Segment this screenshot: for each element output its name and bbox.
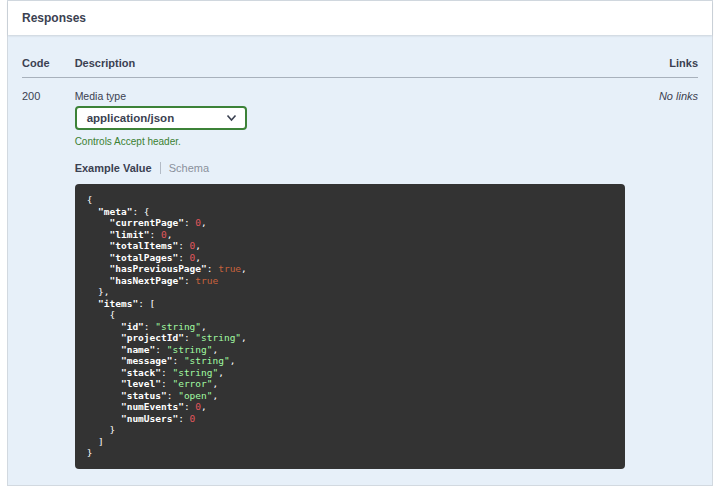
responses-section: Responses Code Description Links 200 Med… [7,0,713,486]
column-header-links: Links [625,47,698,78]
tab-divider [160,162,161,174]
responses-body: Code Description Links 200 Media type ap… [8,35,712,485]
column-header-description: Description [75,47,625,78]
example-json-code: { "meta": { "currentPage": 0, "limit": 0… [75,184,625,469]
column-header-code: Code [22,47,75,78]
response-description-cell: Media type application/json Controls Acc… [75,78,625,469]
responses-header: Responses [8,1,712,35]
media-type-select[interactable]: application/json [75,106,247,130]
media-type-label: Media type [75,90,625,102]
example-schema-tabs: Example Value Schema [75,162,625,174]
responses-title: Responses [22,11,698,25]
response-links: No links [625,78,698,469]
responses-table: Code Description Links 200 Media type ap… [22,47,698,469]
tab-schema[interactable]: Schema [169,162,209,174]
chevron-down-icon [226,114,237,122]
response-status-code: 200 [22,78,75,469]
tab-example-value[interactable]: Example Value [75,162,152,174]
accept-header-note: Controls Accept header. [75,136,625,147]
media-type-selected-value: application/json [87,112,175,124]
response-row: 200 Media type application/json Controls… [22,78,698,469]
